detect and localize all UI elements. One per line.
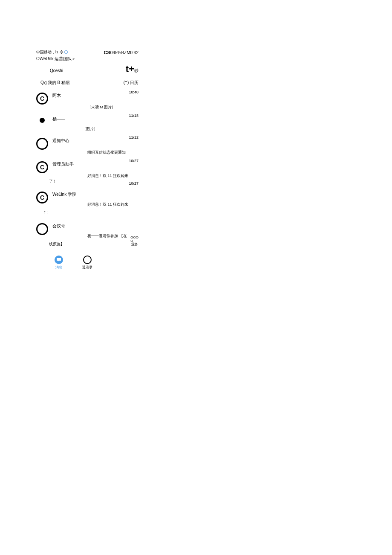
chat-item[interactable]: 会议号 [36,221,138,236]
chat-item[interactable]: C We1ink 学院 [36,189,138,204]
avatar-icon: C [36,93,48,105]
biz-label: 业务 [131,243,138,246]
chat-item[interactable]: 通知中心 11/12 [36,135,138,152]
chat-name: 会议号 [52,223,138,229]
header-title[interactable]: OWeUnk 运营团队＞ [36,56,138,62]
chat-preview-2: 线预览】 [49,241,127,247]
chat-item[interactable]: C 管理员助手 10/27 [36,159,138,176]
tab-label: 通讯录 [82,265,92,270]
chat-time: 10/27 [129,159,138,163]
avatar-ring-icon [36,138,48,150]
tplus-label: t+砂 [126,64,138,75]
avatar-ring-icon [36,223,48,235]
chat-preview-2: 了！ [49,179,57,186]
chat-item[interactable]: C 阿木 10:40 [36,90,138,107]
wifi-icon [64,50,68,54]
chat-time: 11/18 [129,113,138,118]
avatar-dot-icon [40,118,45,123]
circle-icon [44,81,47,84]
chat-name: 管理员助手 [52,161,138,167]
status-right: CS045%BZM0:42 [104,50,138,55]
calendar-link[interactable]: (=) 日历 [124,80,138,86]
qceshi-label: Qceshi [36,65,63,73]
chat-time: 11/12 [129,135,138,139]
tab-label: 消息 [55,265,62,270]
avatar-icon: C [36,192,48,203]
chat-list: C 阿木 10:40 ［未读 M 图片］ 杨—— 11/18 ［图片］ [36,90,138,247]
tab-contacts[interactable]: 通讯录 [82,256,92,270]
carrier-text: 中国移动，l1 令 [36,50,63,54]
chat-preview-2: 了！ [42,210,138,215]
contacts-icon [83,256,92,264]
chat-name: 通知中心 [52,138,138,144]
biz-tab[interactable]: OOOO 业务 [130,236,138,247]
chat-time: 10/27 [129,181,138,186]
chat-name: We1ink 学院 [52,192,138,198]
bottom-nav: 消息 通讯录 [36,256,138,270]
chat-item[interactable]: 杨—— 11/18 [36,113,138,129]
status-bar: 中国移动，l1 令 CS045%BZM0:42 [36,49,138,55]
avatar-icon: C [36,161,48,173]
dots-icon: OOOO [130,236,138,243]
message-icon [55,256,63,264]
chat-time: 10:40 [129,90,138,94]
chat-name: 阿木 [52,93,138,99]
tab-messages[interactable]: 消息 [55,256,63,270]
search-shortcut[interactable]: Q我的 B 稍后 [40,80,70,86]
chat-name: 杨—— [52,116,138,122]
